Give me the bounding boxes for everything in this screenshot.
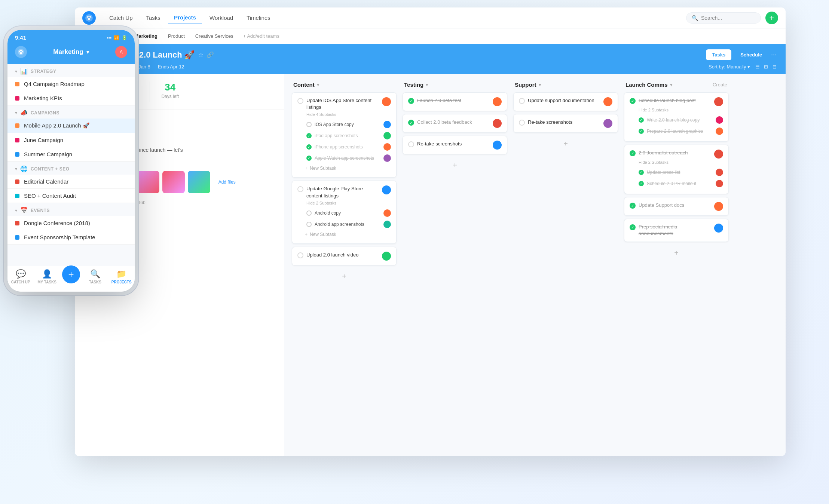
- phone-nav-item[interactable]: SEO + Content Audit: [7, 189, 135, 203]
- add-team-btn[interactable]: + Add/edit teams: [239, 31, 283, 41]
- create-link[interactable]: Create: [713, 82, 727, 87]
- bottom-nav-add-button[interactable]: +: [62, 265, 80, 283]
- add-card-button[interactable]: +: [513, 136, 618, 152]
- launch-comms-chevron-icon: ▾: [670, 82, 672, 87]
- task-checkbox[interactable]: [519, 98, 525, 104]
- subtask-checkbox-done[interactable]: ✓: [639, 170, 644, 175]
- subtask-checkbox-done[interactable]: ✓: [639, 117, 644, 123]
- subtask-checkbox[interactable]: [306, 210, 312, 216]
- search-input[interactable]: [701, 15, 755, 21]
- add-button[interactable]: +: [765, 12, 778, 24]
- task-checkbox-checked[interactable]: ✓: [408, 120, 414, 126]
- bottom-nav-catchup[interactable]: 💬 CATCH UP: [9, 269, 32, 284]
- nav-timelines[interactable]: Timelines: [241, 12, 276, 24]
- phone-nav-item[interactable]: Event Sponsorship Template: [7, 230, 135, 245]
- view-grid-icon[interactable]: ⊞: [764, 64, 768, 70]
- new-subtask-button[interactable]: + New Subtask: [297, 230, 391, 239]
- task-card[interactable]: ✓ Launch 2.0 beta test: [403, 92, 507, 111]
- task-check-row: ✓ 2.0 Journalist outreach: [630, 150, 711, 156]
- task-card[interactable]: ✓ Schedule launch blog post Hide 2 Subta…: [624, 92, 729, 142]
- hide-subtasks-btn[interactable]: Hide 2 Subtasks: [630, 159, 723, 166]
- task-checkbox-checked[interactable]: ✓: [408, 98, 414, 104]
- task-checkbox[interactable]: [519, 120, 525, 126]
- nav-dot-pink: [15, 138, 19, 142]
- task-card[interactable]: Re-take screenshots: [513, 114, 618, 133]
- view-list-icon[interactable]: ☰: [755, 64, 760, 70]
- task-card[interactable]: ✓ Prep social media announcements: [624, 219, 729, 242]
- column-support: Support ▾ Update support documentation: [513, 82, 618, 449]
- bottom-nav-tasks[interactable]: 🔍 TASKS: [84, 269, 106, 284]
- team-tab-creative[interactable]: Creative Services: [191, 31, 238, 41]
- task-text-completed: 2.0 Journalist outreach: [639, 150, 688, 156]
- add-card-button[interactable]: +: [292, 268, 397, 285]
- subtask-checkbox-done[interactable]: ✓: [639, 181, 644, 186]
- task-card[interactable]: ✓ 2.0 Journalist outreach Hide 2 Subtask…: [624, 145, 729, 194]
- hide-subtasks-btn[interactable]: Hide 2 Subtasks: [297, 199, 391, 207]
- nav-catchup[interactable]: Catch Up: [103, 12, 139, 24]
- task-card[interactable]: Re-take screenshots: [403, 136, 507, 154]
- schedule-view-button[interactable]: Schedule: [734, 49, 768, 60]
- subtask-checkbox-done[interactable]: ✓: [306, 144, 312, 150]
- phone-avatar[interactable]: A: [115, 46, 127, 58]
- phone-section-header-content-seo[interactable]: ▾ 🌐 CONTENT + SEO: [7, 162, 135, 175]
- phone-nav-item[interactable]: Q4 Campaign Roadmap: [7, 77, 135, 91]
- task-checkbox-checked[interactable]: ✓: [630, 150, 636, 156]
- task-checkbox[interactable]: [408, 141, 414, 147]
- phone-nav-item[interactable]: June Campaign: [7, 133, 135, 147]
- link-icon[interactable]: 🔗: [207, 51, 214, 58]
- task-card[interactable]: Update support documentation: [513, 92, 618, 111]
- attachment-4[interactable]: [162, 171, 185, 193]
- phone-workspace[interactable]: Marketing ▾: [53, 48, 89, 56]
- nav-workload[interactable]: Workload: [204, 12, 239, 24]
- hide-subtasks-btn[interactable]: Hide 4 Subtasks: [297, 111, 391, 118]
- task-card[interactable]: ✓ Collect 2.0 beta feedback: [403, 114, 507, 133]
- tasks-view-button[interactable]: Tasks: [706, 49, 731, 60]
- phone-nav-item[interactable]: Editorial Calendar: [7, 175, 135, 189]
- task-checkbox-checked[interactable]: ✓: [630, 224, 636, 230]
- add-card-button[interactable]: +: [624, 245, 729, 261]
- nav-tasks[interactable]: Tasks: [140, 12, 166, 24]
- task-checkbox-checked[interactable]: ✓: [630, 98, 636, 104]
- add-card-button[interactable]: +: [403, 157, 507, 173]
- subtask-checkbox-done[interactable]: ✓: [306, 156, 312, 161]
- sort-control[interactable]: Sort by: Manually ▾ ☰ ⊞ ⊟: [709, 64, 777, 70]
- phone-nav-item[interactable]: Dongle Conference (2018): [7, 216, 135, 230]
- catchup-label: CATCH UP: [11, 280, 30, 284]
- subtask-checkbox-done[interactable]: ✓: [306, 133, 312, 138]
- attachment-5[interactable]: [188, 171, 210, 193]
- attachment-3[interactable]: [137, 171, 159, 193]
- team-tab-product[interactable]: Product: [163, 31, 189, 41]
- catchup-icon: 💬: [16, 269, 26, 279]
- task-card[interactable]: Update iOS App Store content listings Hi…: [292, 92, 397, 178]
- bottom-nav-mytasks[interactable]: 👤 MY TASKS: [36, 269, 58, 284]
- task-card[interactable]: ✓ Update Support docs: [624, 197, 729, 216]
- phone-nav-item[interactable]: Summer Campaign: [7, 147, 135, 162]
- task-checkbox[interactable]: [297, 252, 303, 258]
- subtask-checkbox[interactable]: [306, 222, 312, 227]
- task-checkbox-checked[interactable]: ✓: [630, 203, 636, 209]
- more-options-button[interactable]: ···: [771, 51, 777, 59]
- subtask-checkbox[interactable]: [306, 122, 312, 127]
- phone-section-header-events[interactable]: ▾ 📅 EVENTS: [7, 203, 135, 216]
- team-tab-marketing[interactable]: Marketing: [130, 31, 162, 41]
- filter-icon[interactable]: ⊟: [773, 64, 777, 70]
- nav-projects[interactable]: Projects: [168, 11, 202, 24]
- phone-nav-item-active[interactable]: Mobile App 2.0 Launch 🚀: [7, 119, 135, 133]
- task-checkbox[interactable]: [297, 98, 303, 104]
- subtask-checkbox-done[interactable]: ✓: [639, 129, 644, 134]
- new-subtask-button[interactable]: + New Subtask: [297, 164, 391, 173]
- task-checkbox[interactable]: [297, 186, 303, 192]
- task-check-row: Re-take screenshots: [408, 141, 490, 147]
- column-content-title: Content ▾: [293, 82, 319, 88]
- hide-subtasks-btn[interactable]: Hide 2 Subtasks: [630, 106, 723, 114]
- search-bar[interactable]: 🔍: [686, 12, 761, 24]
- task-card[interactable]: Update Google Play Store content listing…: [292, 181, 397, 243]
- phone-section-header-campaigns[interactable]: ▾ 📣 CAMPAIGNS: [7, 105, 135, 119]
- task-card[interactable]: Upload 2.0 launch video: [292, 247, 397, 265]
- phone-nav-item[interactable]: Marketing KPIs: [7, 91, 135, 105]
- bottom-nav-projects[interactable]: 📁 PROJECTS: [110, 269, 133, 284]
- add-files-button[interactable]: + Add files: [215, 179, 236, 185]
- phone-section-header-strategy[interactable]: ▾ 📊 STRATEGY: [7, 64, 135, 77]
- plus-icon: +: [305, 166, 308, 171]
- star-icon[interactable]: ☆: [198, 51, 204, 58]
